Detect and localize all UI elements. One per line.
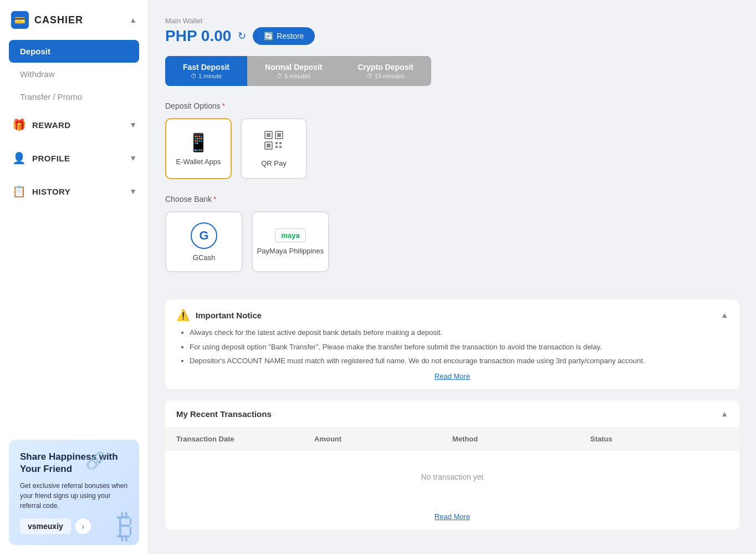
profile-label: PROFILE bbox=[32, 154, 70, 163]
refresh-icon[interactable]: ↻ bbox=[238, 30, 246, 42]
history-section[interactable]: 📋 HISTORY ▼ bbox=[0, 175, 148, 208]
referral-bg-icon: ₿ bbox=[117, 507, 134, 545]
history-icon: 📋 bbox=[11, 184, 27, 199]
bank-options-row: G GCash maya PayMaya Philippines bbox=[165, 211, 739, 272]
bank-gcash-label: GCash bbox=[193, 253, 215, 262]
referral-code: vsmeuxiy bbox=[20, 519, 71, 534]
history-label: HISTORY bbox=[32, 187, 70, 196]
qrpay-icon bbox=[264, 130, 284, 155]
notice-item-3: Depositor's ACCOUNT NAME must match with… bbox=[190, 355, 728, 367]
notice-section: ⚠️ Important Notice ▲ Always check for t… bbox=[165, 299, 739, 389]
transactions-section: My Recent Transactions ▲ Transaction Dat… bbox=[165, 400, 739, 530]
notice-title: Important Notice bbox=[196, 311, 262, 320]
profile-section[interactable]: 👤 PROFILE ▼ bbox=[0, 141, 148, 175]
sidebar-nav: Deposit Withdraw Transfer / Promo bbox=[0, 40, 148, 108]
main-content: Main Wallet PHP 0.00 ↻ 🔄 Restore Fast De… bbox=[149, 0, 756, 554]
notice-item-1: Always check for the latest active depos… bbox=[190, 327, 728, 338]
notice-chevron-icon: ▲ bbox=[721, 311, 728, 319]
history-chevron-icon: ▼ bbox=[129, 187, 137, 196]
transactions-title: My Recent Transactions bbox=[176, 409, 272, 419]
tab-normal-deposit[interactable]: Normal Deposit ⏱ 5 minutes bbox=[247, 56, 340, 86]
option-qrpay[interactable]: QR Pay bbox=[241, 118, 307, 179]
profile-icon: 👤 bbox=[11, 150, 27, 166]
tab-crypto-deposit[interactable]: Crypto Deposit ⏱ 15 minutes bbox=[340, 56, 431, 86]
warning-icon: ⚠️ bbox=[176, 308, 190, 322]
choose-bank-label: Choose Bank* bbox=[165, 195, 739, 204]
reward-label: REWARD bbox=[32, 120, 71, 130]
transactions-header[interactable]: My Recent Transactions ▲ bbox=[165, 400, 739, 428]
reward-icon: 🎁 bbox=[11, 117, 27, 133]
svg-rect-3 bbox=[277, 133, 281, 137]
col-method: Method bbox=[452, 435, 590, 443]
chevron-up-icon: ▲ bbox=[129, 16, 137, 24]
notice-read-more[interactable]: Read More bbox=[176, 372, 728, 380]
cashier-icon: 💳 bbox=[11, 11, 29, 29]
referral-small-icon: 🔗 bbox=[85, 451, 106, 470]
option-qrpay-label: QR Pay bbox=[261, 159, 287, 167]
referral-desc: Get exclusive referral bonuses when your… bbox=[20, 481, 128, 511]
svg-rect-7 bbox=[279, 142, 282, 144]
ewallet-icon: 📱 bbox=[187, 132, 210, 153]
sidebar-item-transfer-promo[interactable]: Transfer / Promo bbox=[9, 85, 139, 108]
sidebar-item-deposit[interactable]: Deposit bbox=[9, 40, 139, 63]
wallet-amount: PHP 0.00 bbox=[165, 27, 231, 45]
deposit-tabs: Fast Deposit ⏱ 1 minute Normal Deposit ⏱… bbox=[165, 56, 431, 86]
svg-rect-6 bbox=[275, 142, 278, 144]
sidebar-title: CASHIER bbox=[34, 14, 83, 26]
wallet-section: Main Wallet PHP 0.00 ↻ 🔄 Restore bbox=[165, 17, 739, 45]
col-transaction-date: Transaction Date bbox=[176, 435, 314, 443]
no-transactions-message: No transaction yet bbox=[165, 450, 739, 504]
reward-section[interactable]: 🎁 REWARD ▼ bbox=[0, 108, 148, 141]
tab-fast-deposit[interactable]: Fast Deposit ⏱ 1 minute bbox=[165, 56, 247, 86]
transactions-chevron-icon: ▲ bbox=[721, 409, 728, 418]
table-header: Transaction Date Amount Method Status bbox=[165, 428, 739, 450]
bank-paymaya[interactable]: maya PayMaya Philippines bbox=[252, 211, 329, 272]
option-ewallet-label: E-Wallet Apps bbox=[176, 157, 221, 166]
col-amount: Amount bbox=[314, 435, 452, 443]
notice-list: Always check for the latest active depos… bbox=[176, 327, 728, 367]
maya-logo: maya bbox=[275, 228, 305, 242]
notice-header[interactable]: ⚠️ Important Notice ▲ bbox=[176, 308, 728, 322]
svg-rect-1 bbox=[267, 133, 270, 137]
restore-icon: 🔄 bbox=[264, 32, 273, 40]
deposit-options-row: 📱 E-Wallet Apps QR Pay bbox=[165, 118, 739, 179]
restore-button[interactable]: 🔄 Restore bbox=[253, 27, 315, 45]
svg-rect-5 bbox=[267, 144, 270, 148]
sidebar-item-withdraw[interactable]: Withdraw bbox=[9, 63, 139, 85]
option-ewallet[interactable]: 📱 E-Wallet Apps bbox=[165, 118, 232, 179]
notice-item-2: For using deposit option "Bank Transfer"… bbox=[190, 342, 728, 353]
bank-gcash[interactable]: G GCash bbox=[165, 211, 243, 272]
reward-chevron-icon: ▼ bbox=[129, 120, 137, 129]
referral-share-button[interactable]: › bbox=[75, 519, 91, 534]
col-status: Status bbox=[590, 435, 728, 443]
profile-chevron-icon: ▼ bbox=[129, 154, 137, 162]
referral-title: Share Happiness with Your Friend bbox=[20, 451, 128, 475]
wallet-label: Main Wallet bbox=[165, 17, 739, 25]
svg-rect-9 bbox=[279, 146, 282, 148]
deposit-options-label: Deposit Options* bbox=[165, 101, 739, 110]
referral-card: 🔗 Share Happiness with Your Friend Get e… bbox=[9, 440, 139, 545]
transactions-read-more[interactable]: Read More bbox=[165, 504, 739, 530]
bank-paymaya-label: PayMaya Philippines bbox=[257, 247, 324, 255]
section-divider bbox=[165, 288, 739, 288]
gcash-logo: G bbox=[191, 222, 217, 249]
sidebar: 💳 CASHIER ▲ Deposit Withdraw Transfer / … bbox=[0, 0, 149, 554]
svg-rect-8 bbox=[275, 146, 278, 148]
cashier-header[interactable]: 💳 CASHIER ▲ bbox=[0, 0, 148, 40]
